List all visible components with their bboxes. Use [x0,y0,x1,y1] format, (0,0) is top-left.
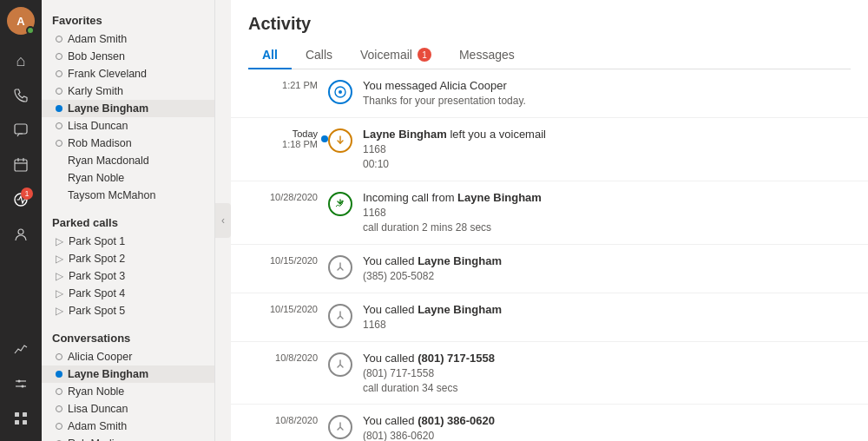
activity-sub-text-2: call duration 2 mins 28 secs [363,220,851,235]
sidebar-item-label: Park Spot 5 [69,305,125,317]
sidebar-item-rob-madison-conv[interactable]: Rob Madison [42,435,214,441]
sidebar-item-taysom-mcmahon[interactable]: Taysom McMahon [42,187,214,204]
calendar-icon[interactable] [5,149,36,181]
sidebar-item-layne-bingham-fav[interactable]: Layne Bingham [42,100,214,117]
presence-dot [56,53,62,60]
activity-item[interactable]: 10/28/2020 Incoming call from Layne Bing… [231,181,868,245]
sidebar-item-park-spot-1[interactable]: ▷ Park Spot 1 [42,233,214,250]
activity-icon[interactable]: 1 [5,184,36,215]
park-icon: ▷ [56,287,63,299]
activity-icon-wrap [326,351,354,378]
sidebar-item-label: Frank Cleveland [68,68,147,80]
sidebar-item-frank-cleveland[interactable]: Frank Cleveland [42,65,214,82]
sidebar-item-park-spot-5[interactable]: ▷ Park Spot 5 [42,302,214,319]
unread-indicator [321,135,328,142]
activity-main-text: You called (801) 386-0620 [363,413,851,429]
sidebar-item-label: Rob Madison [68,137,132,149]
tab-all[interactable]: All [248,41,292,69]
outgoing-call-icon-circle [328,304,352,328]
main-content: Activity All Calls Voicemail 1 Messages … [231,0,868,441]
analytics-icon[interactable] [5,333,36,365]
chat-icon[interactable] [5,115,36,146]
svg-point-16 [339,90,342,94]
activity-body: You called Layne Bingham (385) 205-5082 [363,253,851,284]
sidebar-item-lisa-duncan-conv[interactable]: Lisa Duncan [42,400,214,418]
tabs-bar: All Calls Voicemail 1 Messages [248,41,851,69]
contacts-icon[interactable] [5,219,36,250]
sidebar-item-ryan-noble[interactable]: Ryan Noble [42,169,214,187]
presence-dot [56,371,62,378]
sidebar-item-adam-smith[interactable]: Adam Smith [42,30,214,48]
activity-time: 10/8/2020 [248,413,318,425]
tab-voicemail[interactable]: Voicemail 1 [346,41,445,69]
activity-item[interactable]: Today 1:18 PM Layne Bingham left you a v… [231,118,868,181]
activity-body: You called (801) 386-0620 (801) 386-0620… [363,413,851,441]
parked-calls-title: Parked calls [42,209,214,233]
activity-sub-text: Thanks for your presentation today. [363,94,851,109]
activity-main-text: You called (801) 717-1558 [363,351,851,366]
sidebar-item-label: Taysom McMahon [68,189,155,201]
sidebar-item-karly-smith[interactable]: Karly Smith [42,82,214,100]
park-icon: ▷ [56,235,63,247]
sidebar-item-label: Lisa Duncan [68,120,128,132]
activity-time: 10/15/2020 [248,253,318,266]
sidebar-item-label: Layne Bingham [68,368,148,380]
sidebar-item-adam-smith-conv[interactable]: Adam Smith [42,418,214,435]
activity-item[interactable]: 10/15/2020 You called Layne Bingham 1168 [231,293,868,342]
activity-icon-wrap [326,302,354,330]
message-icon-circle [328,80,352,104]
sidebar-item-ryan-noble-conv[interactable]: Ryan Noble [42,383,214,400]
park-icon: ▷ [56,253,63,265]
page-title: Activity [248,14,851,34]
settings-icon[interactable] [5,368,36,399]
sidebar-item-label: Alicia Cooper [68,351,132,363]
activity-item[interactable]: 10/8/2020 You called (801) 386-0620 (801… [231,405,868,441]
sidebar-item-label: Park Spot 2 [69,253,125,265]
activity-sub-text: (801) 386-0620 [363,429,851,441]
apps-icon[interactable] [5,403,36,434]
sidebar-item-label: Park Spot 3 [69,270,125,282]
activity-item[interactable]: 1:21 PM You messaged Alicia Cooper Thank… [231,69,868,118]
sidebar-item-alicia-cooper[interactable]: Alicia Cooper [42,348,214,365]
presence-dot [56,192,62,199]
activity-icon-wrap [326,127,354,155]
sidebar-item-park-spot-4[interactable]: ▷ Park Spot 4 [42,285,214,302]
svg-point-6 [18,229,23,234]
activity-time: 10/8/2020 [248,351,318,363]
activity-icon-wrap [326,190,354,218]
sidebar-item-bob-jensen[interactable]: Bob Jensen [42,48,214,65]
home-icon[interactable]: ⌂ [5,45,36,76]
tab-messages[interactable]: Messages [445,41,529,69]
sidebar-item-label: Bob Jensen [68,50,125,63]
tab-calls[interactable]: Calls [292,41,346,69]
sidebar-item-rob-madison[interactable]: Rob Madison [42,135,214,152]
svg-rect-13 [15,420,19,425]
avatar[interactable]: A [7,7,35,35]
presence-dot [56,70,62,77]
presence-dot [56,122,62,129]
activity-body: You called (801) 717-1558 (801) 717-1558… [363,351,851,396]
calls-icon[interactable] [5,80,36,111]
sidebar-item-label: Ryan Macdonald [68,155,149,167]
collapse-sidebar-button[interactable]: ‹ [215,203,231,238]
activity-main-text: Layne Bingham left you a voicemail [363,127,851,142]
svg-rect-0 [15,124,27,134]
outgoing-call-icon-circle [328,352,352,377]
svg-rect-1 [15,160,27,171]
presence-dot [56,157,62,164]
sidebar-item-ryan-macdonald[interactable]: Ryan Macdonald [42,152,214,169]
sidebar-item-lisa-duncan[interactable]: Lisa Duncan [42,117,214,135]
sidebar-item-layne-bingham-conv[interactable]: Layne Bingham [42,365,214,383]
sidebar-item-label: Lisa Duncan [68,403,128,415]
sidebar-item-park-spot-3[interactable]: ▷ Park Spot 3 [42,267,214,285]
activity-time: Today 1:18 PM [248,127,318,149]
sidebar-item-park-spot-2[interactable]: ▷ Park Spot 2 [42,250,214,267]
sidebar-item-label: Ryan Noble [68,172,124,184]
sidebar-item-label: Karly Smith [68,85,123,97]
activity-body: Layne Bingham left you a voicemail 1168 … [363,127,851,172]
activity-item[interactable]: 10/15/2020 You called Layne Bingham (385… [231,245,868,293]
activity-item[interactable]: 10/8/2020 You called (801) 717-1558 (801… [231,342,868,405]
activity-time: 10/28/2020 [248,190,318,202]
activity-sub-text: 1168 [363,206,851,220]
sidebar-item-label: Adam Smith [68,420,127,432]
